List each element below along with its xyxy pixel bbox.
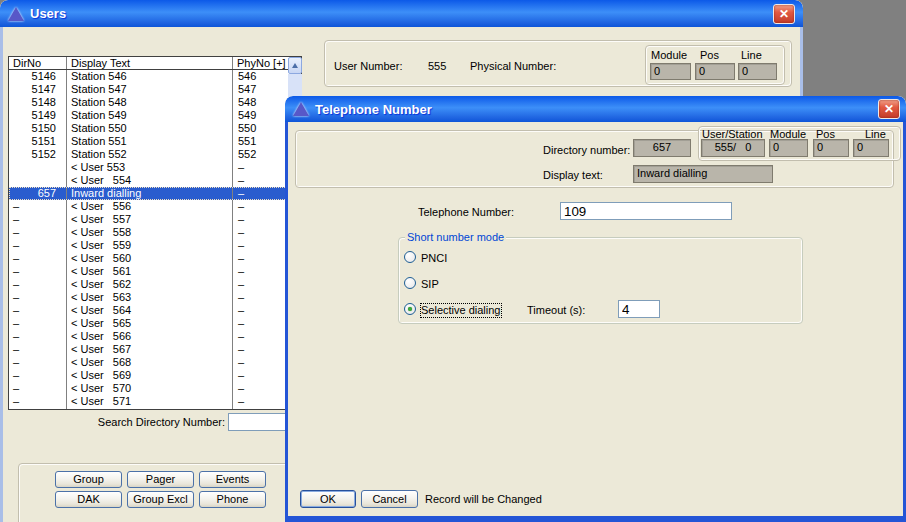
user-number-value: 555 [428,60,446,72]
cell-display-text: < User 569 [67,369,233,382]
users-table-header: DirNo Display Text PhyNo [+] [9,57,301,70]
table-row[interactable]: –< User 564– [9,304,301,317]
cell-display-text: Station 547 [67,83,233,96]
dialog-titlebar[interactable]: Telephone Number ✕ [285,96,906,122]
table-row[interactable]: –< User 556– [9,200,301,213]
table-row[interactable]: 5147Station 547547 [9,83,301,96]
table-row[interactable]: 5148Station 548548 [9,96,301,109]
cell-display-text: Station 548 [67,96,233,109]
cell-dirno: 5152 [9,148,67,161]
sip-radio[interactable] [404,277,416,289]
cell-dirno: – [9,278,67,291]
cell-dirno: 5147 [9,83,67,96]
line-field: 0 [853,139,889,157]
table-row[interactable]: 657Inward dialling– [9,187,301,200]
module-value-field: 0 [650,63,691,80]
cell-dirno: – [9,369,67,382]
cell-dirno: – [9,239,67,252]
users-close-button[interactable]: ✕ [773,4,795,24]
timeout-input[interactable] [618,300,660,318]
selective-dialing-radio-label[interactable]: Selective dialing [421,304,501,317]
table-row[interactable]: –< User 557– [9,213,301,226]
phone-button[interactable]: Phone [199,491,266,508]
cancel-button[interactable]: Cancel [361,490,418,508]
pnci-radio[interactable] [404,251,416,263]
user-station-field: 555/ 0 [701,139,765,157]
cell-display-text: < User 563 [67,291,233,304]
table-row[interactable]: –< User 566– [9,330,301,343]
pos-field: 0 [813,139,849,157]
table-row[interactable]: –< User 563– [9,291,301,304]
table-row[interactable]: –< User 570– [9,382,301,395]
table-row[interactable]: –< User 569– [9,369,301,382]
cell-dirno: – [9,395,67,408]
column-header-dirno[interactable]: DirNo [9,57,67,69]
cell-dirno: 5150 [9,122,67,135]
cell-dirno: – [9,200,67,213]
cell-display-text: < User 553 [67,161,233,174]
table-row[interactable]: –< User 567– [9,343,301,356]
timeout-label: Timeout (s): [527,304,585,316]
table-row[interactable]: < User 554– [9,174,301,187]
dak-button[interactable]: DAK [55,491,122,508]
ok-button[interactable]: OK [300,490,356,508]
dialog-title: Telephone Number [315,102,432,117]
cell-display-text: < User 560 [67,252,233,265]
cell-dirno: – [9,213,67,226]
selective-dialing-radio[interactable] [404,303,416,315]
pnci-radio-label[interactable]: PNCI [421,252,447,265]
table-row[interactable]: 5152Station 552552 [9,148,301,161]
cell-display-text: < User 558 [67,226,233,239]
record-status-text: Record will be Changed [425,493,542,505]
group-excl-button[interactable]: Group Excl [127,491,194,508]
cell-display-text: < User 566 [67,330,233,343]
cell-display-text: < User 562 [67,278,233,291]
table-row[interactable]: 5151Station 551551 [9,135,301,148]
dialog-left-border [285,122,288,522]
physical-number-label: Physical Number: [470,60,556,72]
dialog-bottom-border [285,516,906,522]
table-row[interactable]: –< User 562– [9,278,301,291]
cell-dirno [9,161,67,174]
table-row[interactable]: 5150Station 550550 [9,122,301,135]
cell-dirno: – [9,343,67,356]
cell-dirno: – [9,291,67,304]
dialog-close-button[interactable]: ✕ [878,99,900,119]
users-titlebar[interactable]: Users ✕ [0,0,803,27]
cell-display-text: < User 559 [67,239,233,252]
telephone-number-label: Telephone Number: [418,206,514,218]
table-row[interactable]: –< User 560– [9,252,301,265]
search-directory-label: Search Directory Number: [95,416,225,428]
pager-button[interactable]: Pager [127,471,194,488]
cell-dirno: – [9,408,67,410]
module-label: Module [651,49,687,61]
cell-display-text: < User 561 [67,265,233,278]
column-header-display-text[interactable]: Display Text [67,57,233,69]
table-row[interactable]: –< User 572– [9,408,301,410]
display-text-field: Inward dialling [633,165,773,183]
cell-dirno: – [9,356,67,369]
short-number-mode-title: Short number mode [405,231,506,243]
cell-dirno: 5151 [9,135,67,148]
table-row[interactable]: < User 553– [9,161,301,174]
table-row[interactable]: –< User 565– [9,317,301,330]
table-row[interactable]: –< User 571– [9,395,301,408]
events-button[interactable]: Events [199,471,266,488]
cell-display-text: < User 567 [67,343,233,356]
table-row[interactable]: –< User 561– [9,265,301,278]
sip-radio-label[interactable]: SIP [421,278,439,291]
cell-dirno: – [9,265,67,278]
cell-dirno: 5148 [9,96,67,109]
cell-display-text: < User 571 [67,395,233,408]
table-row[interactable]: 5146Station 546546 [9,70,301,83]
delta-app-icon [8,7,24,21]
table-row[interactable]: 5149Station 549549 [9,109,301,122]
table-row[interactable]: –< User 558– [9,226,301,239]
telephone-number-input[interactable] [560,202,732,220]
scroll-up-button[interactable] [288,57,302,74]
users-table: DirNo Display Text PhyNo [+] 5146Station… [8,56,302,410]
table-row[interactable]: –< User 559– [9,239,301,252]
cell-dirno: – [9,226,67,239]
group-button[interactable]: Group [55,471,122,488]
table-row[interactable]: –< User 568– [9,356,301,369]
